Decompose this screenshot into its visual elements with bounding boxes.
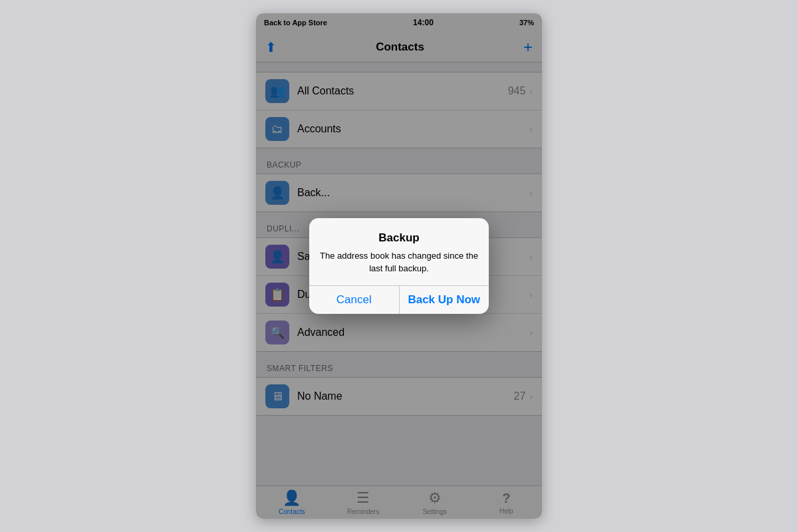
backup-now-button[interactable]: Back Up Now [400,286,489,314]
dialog-content: Backup The address book has changed sinc… [309,218,489,285]
phone-frame: Back to App Store 14:00 37% ⬆ Contacts +… [256,13,542,519]
backup-dialog: Backup The address book has changed sinc… [309,218,489,313]
dialog-title: Backup [320,231,478,245]
cancel-button[interactable]: Cancel [309,286,400,314]
dialog-message: The address book has changed since the l… [320,250,478,274]
dialog-buttons: Cancel Back Up Now [309,285,489,314]
dialog-overlay: Backup The address book has changed sinc… [256,13,542,519]
